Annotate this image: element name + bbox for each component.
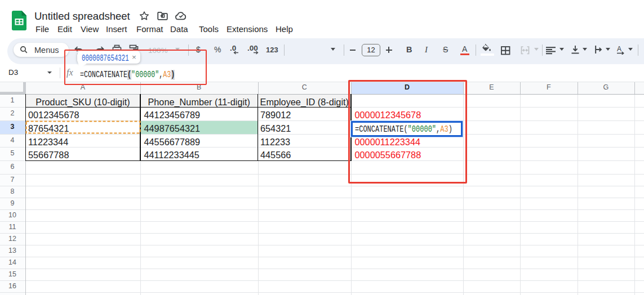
svg-text:A: A <box>617 46 621 53</box>
